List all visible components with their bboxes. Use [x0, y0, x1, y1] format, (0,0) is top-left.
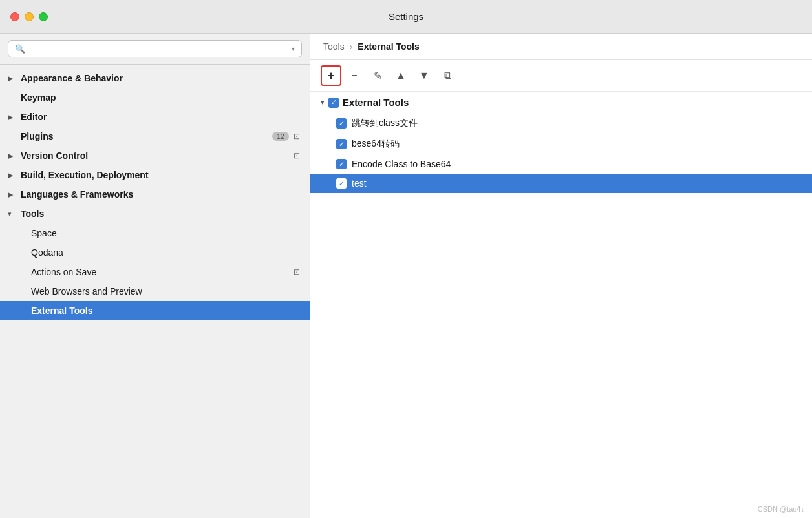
- tree-item-checkbox[interactable]: ✓: [336, 159, 347, 169]
- sidebar-item-label: Editor: [21, 112, 302, 122]
- maximize-button[interactable]: [39, 12, 48, 21]
- tree-item-label: 跳转到class文件: [352, 118, 418, 129]
- search-input[interactable]: [29, 44, 288, 54]
- tree-chevron-down-icon: ▾: [321, 98, 325, 107]
- tree-item-checkbox[interactable]: ✓: [336, 139, 347, 149]
- sidebar-item-actions-on-save[interactable]: Actions on Save ⊡: [0, 262, 310, 282]
- sidebar-item-web-browsers[interactable]: Web Browsers and Preview: [0, 282, 310, 301]
- tree-item-label: test: [352, 178, 367, 189]
- tree-item-encode[interactable]: ✓ Encode Class to Base64: [310, 154, 812, 174]
- watermark: CSDN @tao4↓: [758, 505, 804, 513]
- sidebar-item-label: Appearance & Behavior: [21, 73, 302, 83]
- tree-item-checkbox[interactable]: ✓: [336, 178, 347, 189]
- sidebar-item-label: External Tools: [31, 306, 302, 316]
- chevron-right-icon: ▶: [8, 74, 17, 83]
- search-dropdown-icon[interactable]: ▾: [292, 45, 295, 52]
- search-icon: 🔍: [15, 44, 25, 54]
- sidebar-item-version-control[interactable]: ▶ Version Control ⊡: [0, 146, 310, 165]
- sidebar-item-external-tools[interactable]: External Tools: [0, 301, 310, 320]
- right-panel: Tools › External Tools + − ✎ ▲ ▼ ⧉ ▾ ✓ E…: [310, 34, 812, 518]
- chevron-right-icon: ▶: [8, 171, 17, 180]
- tools-tree: ▾ ✓ External Tools ✓ 跳转到class文件 ✓ bese64…: [310, 92, 812, 518]
- move-up-button[interactable]: ▲: [390, 65, 411, 86]
- search-bar: 🔍 ▾: [0, 34, 310, 65]
- sidebar-item-appearance[interactable]: ▶ Appearance & Behavior: [0, 68, 310, 88]
- title-bar: Settings: [0, 0, 812, 34]
- sidebar-item-label: Actions on Save: [31, 267, 292, 277]
- sidebar-item-label: Languages & Frameworks: [21, 189, 302, 200]
- main-content: 🔍 ▾ ▶ Appearance & Behavior Keymap ▶ Edi…: [0, 34, 812, 518]
- actions-icon: ⊡: [292, 267, 302, 277]
- close-button[interactable]: [10, 12, 19, 21]
- sidebar-item-editor[interactable]: ▶ Editor: [0, 107, 310, 127]
- sidebar-item-label: Build, Execution, Deployment: [21, 170, 302, 180]
- tree-item-test[interactable]: ✓ test: [310, 174, 812, 193]
- move-down-button[interactable]: ▼: [414, 65, 434, 86]
- tree-group-header[interactable]: ▾ ✓ External Tools: [310, 92, 812, 113]
- copy-button[interactable]: ⧉: [437, 65, 458, 86]
- sidebar-item-qodana[interactable]: Qodana: [0, 243, 310, 262]
- sidebar-item-tools[interactable]: ▾ Tools: [0, 204, 310, 223]
- sidebar-item-build[interactable]: ▶ Build, Execution, Deployment: [0, 165, 310, 185]
- sidebar-item-label: Keymap: [21, 92, 302, 103]
- search-input-wrapper[interactable]: 🔍 ▾: [8, 40, 302, 57]
- tree-item-label: bese64转码: [352, 138, 400, 150]
- breadcrumb: Tools › External Tools: [310, 34, 812, 60]
- sidebar-item-space[interactable]: Space: [0, 223, 310, 243]
- breadcrumb-current: External Tools: [358, 41, 419, 52]
- sidebar-item-label: Version Control: [21, 150, 292, 161]
- sidebar-item-label: Web Browsers and Preview: [31, 286, 302, 296]
- window-title: Settings: [389, 11, 423, 22]
- sidebar-item-languages[interactable]: ▶ Languages & Frameworks: [0, 185, 310, 204]
- sidebar-item-plugins[interactable]: Plugins 12 ⊡: [0, 127, 310, 146]
- tree-group-checkbox[interactable]: ✓: [328, 98, 339, 108]
- version-control-icon: ⊡: [292, 150, 302, 161]
- chevron-down-icon: ▾: [8, 210, 17, 218]
- minimize-button[interactable]: [25, 12, 34, 21]
- chevron-right-icon: ▶: [8, 191, 17, 199]
- tree-item-label: Encode Class to Base64: [352, 159, 451, 169]
- sidebar-item-label: Qodana: [31, 247, 302, 258]
- sidebar-item-label: Space: [31, 228, 302, 238]
- breadcrumb-separator: ›: [350, 41, 353, 52]
- remove-button[interactable]: −: [344, 65, 365, 86]
- toolbar: + − ✎ ▲ ▼ ⧉: [310, 60, 812, 92]
- tree-item-base64[interactable]: ✓ bese64转码: [310, 134, 812, 154]
- breadcrumb-parent: Tools: [323, 41, 345, 52]
- traffic-lights: [10, 12, 48, 21]
- plugins-badge: 12: [272, 132, 289, 141]
- sidebar: 🔍 ▾ ▶ Appearance & Behavior Keymap ▶ Edi…: [0, 34, 310, 518]
- chevron-right-icon: ▶: [8, 113, 17, 121]
- chevron-right-icon: ▶: [8, 152, 17, 160]
- sidebar-nav: ▶ Appearance & Behavior Keymap ▶ Editor …: [0, 65, 310, 518]
- add-button[interactable]: +: [321, 65, 341, 86]
- edit-button[interactable]: ✎: [367, 65, 388, 86]
- sidebar-item-label: Tools: [21, 209, 302, 219]
- sidebar-item-label: Plugins: [21, 131, 272, 141]
- sidebar-item-keymap[interactable]: Keymap: [0, 88, 310, 107]
- plugins-icon: ⊡: [292, 131, 302, 141]
- tree-group-label: External Tools: [343, 97, 409, 108]
- tree-item-jump[interactable]: ✓ 跳转到class文件: [310, 113, 812, 134]
- tree-item-checkbox[interactable]: ✓: [336, 118, 347, 129]
